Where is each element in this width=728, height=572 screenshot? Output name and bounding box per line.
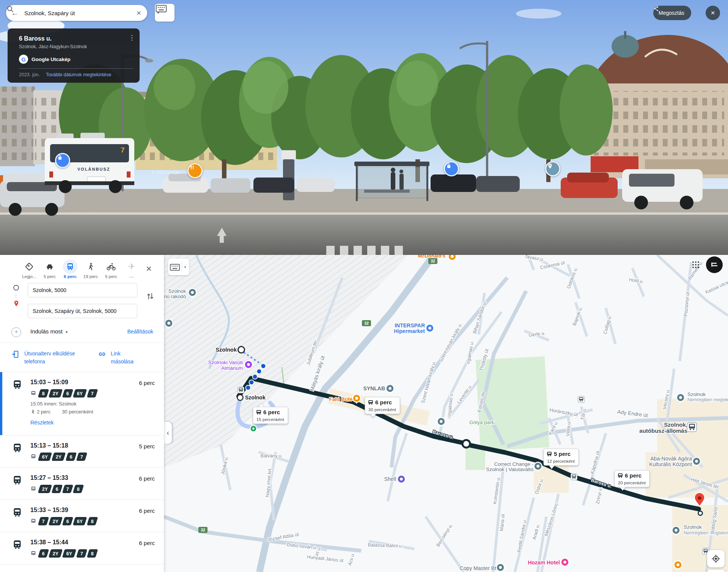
street-view-panorama[interactable]: 7 VOLÁNBUSZ ← × ▾ 6 Baross u. Szolnok, J…: [0, 0, 728, 255]
copyright-watermark: © 2023 Google: [152, 170, 180, 174]
map-pin[interactable]: [238, 347, 245, 353]
send-route-link[interactable]: Útvonalterv elküldése telefonra: [24, 350, 89, 366]
line-badge: 6Y: [73, 389, 87, 398]
line-badge: 8: [38, 389, 49, 398]
store-poi-icon[interactable]: [444, 161, 459, 176]
car-icon: [45, 262, 54, 271]
map-canvas[interactable]: 3232326 perc15 percenként6 perc30 percen…: [164, 255, 728, 572]
keyboard-icon: [168, 263, 182, 271]
map-input-tools-button[interactable]: ▾: [168, 259, 189, 275]
map-pin[interactable]: [497, 564, 505, 572]
svg-text:15 percenként: 15 percenként: [256, 417, 285, 422]
tab-best-route[interactable]: Legjo...: [21, 259, 37, 283]
svg-text:20 percenként: 20 percenként: [618, 481, 646, 485]
map-label: Szolnok: [215, 347, 237, 353]
route-time: 15:13 – 15:18: [30, 442, 68, 449]
map-label: Almárium: [221, 365, 243, 371]
map-label: Correct Change -: [494, 461, 533, 467]
line-badge: 8: [73, 485, 84, 493]
map-label: McDonald's: [418, 255, 445, 259]
more-dates-link[interactable]: További dátumok megtekintése: [46, 72, 111, 77]
map-label: Szolnok: [687, 391, 706, 397]
transit-route-option[interactable]: 15:03 – 15:09 6 perc 82Y66Y7 15:05 innen…: [0, 372, 164, 435]
route-time: 15:27 – 15:33: [30, 475, 68, 481]
transit-route-option[interactable]: 15:27 – 15:33 6 perc 2Y678: [0, 468, 164, 500]
close-streetview-button[interactable]: ×: [706, 6, 720, 20]
store-poi-icon[interactable]: [55, 153, 70, 168]
map-label: Hipermarket: [394, 328, 425, 334]
line-badge: 6Y: [38, 453, 52, 461]
line-badge: 2Y: [38, 485, 52, 493]
swap-origin-destination-button[interactable]: [143, 291, 157, 303]
map-label: nú rakodó: [164, 294, 186, 299]
map-pin[interactable]: [250, 426, 257, 432]
line-badge: 2Y: [49, 517, 63, 525]
capture-date: 2023. jún.: [19, 72, 40, 77]
search-input[interactable]: [24, 9, 116, 17]
walk-icon: [30, 409, 35, 415]
map-label: Szolnok | Valutaváltó: [486, 467, 533, 472]
share-icon: [653, 6, 659, 12]
svg-text:32: 32: [201, 528, 205, 532]
map-label: Szolnok: [684, 524, 702, 530]
departure-time-dropdown[interactable]: Indulás most▾: [30, 328, 68, 335]
line-badge: 2Y: [52, 453, 66, 461]
svg-text:6 perc: 6 perc: [263, 409, 280, 415]
tab-walking[interactable]: 19 perc: [83, 259, 99, 283]
map-pin[interactable]: [578, 396, 585, 403]
route-shield: 32: [198, 527, 208, 533]
add-destination-icon[interactable]: +: [11, 327, 21, 337]
origin-input[interactable]: [28, 283, 137, 297]
copy-link[interactable]: Link másolása: [111, 350, 141, 366]
bike-icon: [106, 262, 116, 271]
route-time: 15:33 – 15:39: [30, 507, 68, 514]
restaurant-poi-icon[interactable]: [187, 163, 203, 178]
map-pin[interactable]: [687, 423, 697, 432]
map-pin[interactable]: [698, 511, 703, 515]
tab-flight[interactable]: ✈ —: [124, 259, 140, 283]
route-shield: 32: [428, 258, 437, 264]
settings-link[interactable]: Beállítások: [127, 328, 153, 335]
svg-text:6 perc: 6 perc: [625, 472, 642, 479]
map-pin[interactable]: [238, 387, 244, 393]
google-maps-window: 7 VOLÁNBUSZ ← × ▾ 6 Baross u. Szolnok, J…: [0, 0, 728, 572]
share-button[interactable]: Megosztás: [653, 6, 691, 20]
map-label: Shell: [384, 476, 396, 482]
search-bar[interactable]: ← ×: [6, 5, 147, 21]
toggle-panel-button[interactable]: [706, 256, 723, 273]
map-label: Nemrégiben megtekint: [684, 530, 728, 536]
route-details-link[interactable]: Részletek: [30, 420, 53, 426]
plane-icon: ✈: [128, 262, 135, 272]
send-to-phone-icon: [11, 350, 20, 359]
bus-route-number: 7: [121, 146, 125, 154]
chevron-down-icon: ▾: [182, 265, 188, 269]
transit-route-option[interactable]: 15:13 – 15:18 5 perc 6Y2Y67: [0, 435, 164, 468]
tab-cycling[interactable]: 5 perc: [103, 259, 119, 283]
map-pin[interactable]: [571, 474, 577, 480]
destination-input[interactable]: [28, 304, 137, 318]
place-title: 6 Baross u.: [19, 35, 134, 42]
svg-text:32: 32: [431, 259, 435, 263]
apps-grid-icon[interactable]: [692, 261, 700, 269]
transit-route-option[interactable]: 15:33 – 15:39 6 perc 72Y66Y8: [0, 500, 164, 532]
route-time: 15:38 – 15:44: [30, 539, 68, 546]
map-label: Szolnok: [168, 288, 186, 294]
walk-duration: 2 perc: [37, 409, 50, 415]
transit-route-option[interactable]: 15:38 – 15:44 6 perc 62Y6Y78: [0, 532, 164, 564]
place-pin-poi-icon[interactable]: [545, 161, 560, 176]
my-location-button[interactable]: [707, 550, 725, 567]
road-asphalt: [0, 215, 728, 255]
clear-search-icon[interactable]: ×: [131, 8, 147, 18]
map-pin[interactable]: [237, 395, 243, 401]
close-directions-icon[interactable]: ×: [144, 262, 154, 275]
tab-transit[interactable]: 6 perc: [62, 259, 78, 283]
input-tools-button[interactable]: ▾: [155, 4, 175, 22]
map-label: Gólya park: [469, 420, 494, 425]
tab-driving[interactable]: 5 perc: [42, 259, 58, 283]
bus-icon: [30, 390, 36, 396]
more-options-icon[interactable]: ⋮: [129, 34, 135, 42]
map-label: INTERSPAR: [395, 322, 425, 328]
collapse-panel-button[interactable]: ‹: [164, 422, 172, 444]
zoom-in-button[interactable]: [707, 570, 725, 572]
destination-pin-icon: [13, 299, 20, 308]
